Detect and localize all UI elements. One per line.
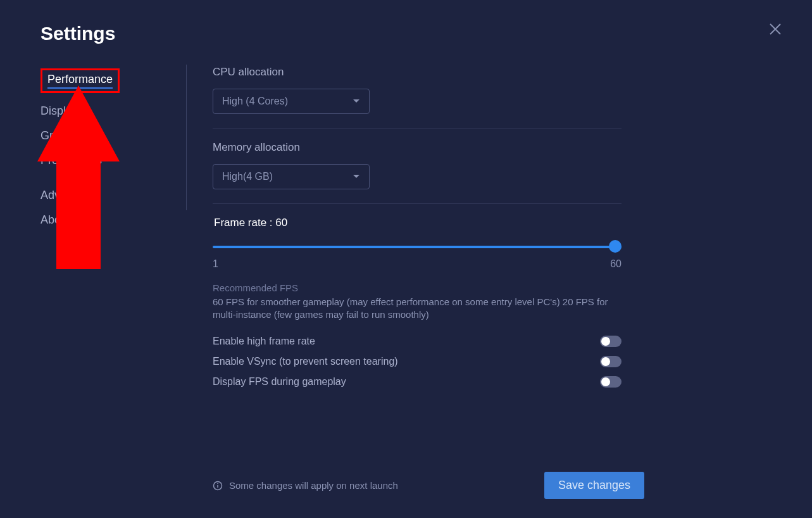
svg-point-4 — [217, 483, 218, 484]
toggle-row-vsync: Enable VSync (to prevent screen tearing) — [213, 356, 621, 367]
cpu-allocation-select[interactable]: High (4 Cores) — [213, 89, 370, 114]
sidebar: Performance Display Graphics Preferences… — [41, 68, 167, 238]
cpu-allocation-label: CPU allocation — [213, 66, 621, 79]
footer-note: Some changes will apply on next launch — [213, 480, 398, 491]
footer: Some changes will apply on next launch S… — [213, 472, 644, 499]
toggle-knob — [601, 337, 610, 346]
settings-content: CPU allocation High (4 Cores) Memory all… — [213, 66, 621, 396]
frame-rate-label: Frame rate : 60 — [214, 217, 621, 229]
save-changes-button[interactable]: Save changes — [544, 472, 644, 499]
frame-rate-slider[interactable] — [213, 238, 621, 256]
slider-range-labels: 1 60 — [213, 258, 621, 270]
recommended-fps-text: 60 FPS for smoother gameplay (may effect… — [213, 296, 621, 322]
memory-allocation-select[interactable]: High(4 GB) — [213, 164, 370, 189]
toggle-label: Enable high frame rate — [213, 336, 315, 347]
sidebar-item-graphics[interactable]: Graphics — [41, 129, 167, 142]
toggle-knob — [601, 377, 610, 386]
toggle-row-high-frame-rate: Enable high frame rate — [213, 336, 621, 347]
footer-note-text: Some changes will apply on next launch — [229, 480, 398, 491]
slider-track — [213, 246, 621, 248]
memory-allocation-label: Memory allocation — [213, 141, 621, 154]
sidebar-divider — [186, 65, 187, 210]
toggle-high-frame-rate[interactable] — [600, 336, 621, 347]
divider — [213, 128, 621, 129]
cpu-allocation-value: High (4 Cores) — [222, 96, 288, 107]
sidebar-item-label: About — [41, 213, 70, 226]
sidebar-item-performance[interactable]: Performance — [41, 68, 120, 93]
close-icon — [769, 23, 782, 35]
sidebar-item-label: Preferences — [41, 154, 102, 167]
sidebar-item-label: Display — [41, 104, 78, 117]
sidebar-item-about[interactable]: About — [41, 213, 167, 227]
memory-allocation-value: High(4 GB) — [222, 171, 273, 182]
slider-min: 1 — [213, 258, 218, 270]
sidebar-item-label: Performance — [47, 73, 113, 85]
page-title: Settings — [41, 23, 115, 44]
toggle-vsync[interactable] — [600, 356, 621, 367]
sidebar-item-advanced[interactable]: Advanced — [41, 189, 167, 202]
toggle-label: Display FPS during gameplay — [213, 376, 346, 388]
sidebar-item-preferences[interactable]: Preferences — [41, 154, 167, 167]
slider-max: 60 — [610, 258, 621, 270]
divider — [213, 203, 621, 204]
sidebar-item-label: Graphics — [41, 129, 86, 142]
toggle-display-fps[interactable] — [600, 376, 621, 388]
sidebar-item-label: Advanced — [41, 189, 91, 201]
toggle-knob — [601, 357, 610, 366]
chevron-down-icon — [353, 173, 360, 180]
slider-thumb[interactable] — [609, 240, 621, 253]
sidebar-item-display[interactable]: Display — [41, 104, 167, 118]
toggle-label: Enable VSync (to prevent screen tearing) — [213, 356, 398, 367]
toggle-row-display-fps: Display FPS during gameplay — [213, 376, 621, 388]
close-button[interactable] — [769, 23, 782, 35]
active-underline — [47, 87, 113, 89]
chevron-down-icon — [353, 98, 360, 105]
recommended-fps-title: Recommended FPS — [213, 282, 621, 293]
info-icon — [213, 481, 223, 491]
